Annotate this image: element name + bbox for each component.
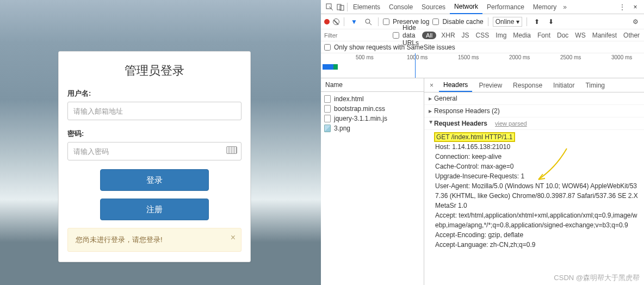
register-button[interactable]: 注册 xyxy=(100,199,209,220)
detail-tab-initiator[interactable]: Initiator xyxy=(549,79,579,91)
devtools-menu-icon[interactable]: ⋮ xyxy=(615,3,630,11)
filter-icon[interactable]: ▼ xyxy=(350,18,358,26)
preserve-log-checkbox[interactable] xyxy=(383,18,389,25)
separator xyxy=(488,17,488,26)
alert-close-icon[interactable]: × xyxy=(231,233,236,243)
download-har-icon[interactable]: ⬇ xyxy=(547,18,555,26)
request-name: 3.png xyxy=(334,125,350,132)
detail-tab-preview[interactable]: Preview xyxy=(474,79,506,91)
filter-type-font[interactable]: Font xyxy=(536,32,552,39)
login-button[interactable]: 登录 xyxy=(100,169,209,191)
tab-elements[interactable]: Elements xyxy=(349,1,385,14)
file-icon xyxy=(324,105,331,113)
upload-har-icon[interactable]: ⬆ xyxy=(533,18,541,26)
network-toolbar: ▼ Preserve log Disable cache Online▾ ⬆ ⬇… xyxy=(321,14,644,29)
disable-cache-label: Disable cache xyxy=(442,18,483,26)
login-title: 管理员登录 xyxy=(67,63,242,79)
hide-data-urls-checkbox[interactable] xyxy=(393,32,399,39)
tab-console[interactable]: Console xyxy=(385,1,417,14)
tab-sources[interactable]: Sources xyxy=(417,1,450,14)
filter-type-other[interactable]: Other xyxy=(622,32,641,39)
tab-performance[interactable]: Performance xyxy=(482,1,529,14)
detail-tab-response[interactable]: Response xyxy=(509,79,547,91)
devtools-panel: Elements Console Sources Network Perform… xyxy=(321,0,644,285)
request-item[interactable]: bootstrap.min.css xyxy=(321,104,424,114)
filter-type-ws[interactable]: WS xyxy=(573,32,587,39)
section-response-headers[interactable]: ▸Response Headers (2) xyxy=(424,105,644,117)
page-background: 管理员登录 用户名: 密码: 登录 注册 您尚未进行登录，请您登录! × xyxy=(0,0,321,285)
detail-close-icon[interactable]: × xyxy=(426,82,437,89)
alert-text: 您尚未进行登录，请您登录! xyxy=(76,236,163,244)
throttle-select[interactable]: Online▾ xyxy=(493,17,523,27)
section-request-headers[interactable]: ▸Request Headersview parsed xyxy=(424,117,644,130)
image-icon xyxy=(324,125,331,132)
detail-tab-timing[interactable]: Timing xyxy=(581,79,609,91)
password-label: 密码: xyxy=(67,129,242,139)
device-toggle-icon[interactable] xyxy=(337,3,344,11)
samesite-row: Only show requests with SameSite issues xyxy=(321,41,644,53)
request-item[interactable]: index.html xyxy=(321,94,424,104)
triangle-right-icon: ▸ xyxy=(429,107,434,115)
triangle-right-icon: ▸ xyxy=(429,95,434,102)
request-name: jquery-3.1.1.min.js xyxy=(334,115,387,122)
header-line: Upgrade-Insecure-Requests: 1 xyxy=(435,172,524,180)
detail-tab-headers[interactable]: Headers xyxy=(439,79,472,92)
filter-input[interactable] xyxy=(324,32,389,39)
section-label: General xyxy=(434,95,457,102)
svg-point-3 xyxy=(366,19,370,23)
request-name: bootstrap.min.css xyxy=(334,105,385,113)
filter-type-js[interactable]: JS xyxy=(460,32,471,39)
timeline-tick: 2000 ms xyxy=(509,54,530,60)
tab-memory[interactable]: Memory xyxy=(529,1,561,14)
header-line: User-Agent: Mozilla/5.0 (Windows NT 10.0… xyxy=(435,182,638,209)
separator xyxy=(347,3,348,11)
timeline[interactable]: 500 ms 1000 ms 1500 ms 2000 ms 2500 ms 3… xyxy=(321,53,644,78)
filter-type-media[interactable]: Media xyxy=(511,32,532,39)
samesite-label: Only show requests with SameSite issues xyxy=(334,44,455,51)
section-label: Response Headers (2) xyxy=(434,107,500,115)
filter-type-doc[interactable]: Doc xyxy=(555,32,570,39)
request-list-panel: Name index.html bootstrap.min.css jquery… xyxy=(321,78,424,285)
request-headers-body: GET /index.html HTTP/1.1 Host: 1.14.165.… xyxy=(424,130,644,253)
file-icon xyxy=(324,95,331,103)
timeline-tick: 1500 ms xyxy=(458,54,479,60)
filter-type-all[interactable]: All xyxy=(422,32,436,39)
section-general[interactable]: ▸General xyxy=(424,92,644,105)
request-detail-panel: × Headers Preview Response Initiator Tim… xyxy=(424,78,644,285)
chevron-down-icon: ▾ xyxy=(516,18,519,26)
inspect-icon[interactable] xyxy=(326,3,333,11)
devtools-close-icon[interactable]: × xyxy=(631,3,639,11)
filter-type-img[interactable]: Img xyxy=(494,32,508,39)
timeline-cursor[interactable] xyxy=(415,53,416,78)
timeline-bar xyxy=(323,64,338,70)
view-parsed-link[interactable]: view parsed xyxy=(495,120,527,127)
header-line: Host: 1.14.165.138:21010 xyxy=(435,143,510,151)
request-item[interactable]: 3.png xyxy=(321,123,424,133)
separator xyxy=(344,17,344,26)
request-name: index.html xyxy=(334,95,364,103)
filter-type-xhr[interactable]: XHR xyxy=(439,32,456,39)
search-icon[interactable] xyxy=(364,18,372,26)
filter-type-css[interactable]: CSS xyxy=(474,32,491,39)
record-icon[interactable] xyxy=(324,19,330,24)
more-tabs-icon[interactable]: » xyxy=(561,3,569,11)
settings-icon[interactable]: ⚙ xyxy=(631,18,639,26)
file-icon xyxy=(324,115,331,122)
clear-icon[interactable] xyxy=(333,18,339,25)
login-card: 管理员登录 用户名: 密码: 登录 注册 您尚未进行登录，请您登录! × xyxy=(58,51,251,262)
tab-network[interactable]: Network xyxy=(450,0,482,14)
header-line: Accept: text/html,application/xhtml+xml,… xyxy=(435,212,637,229)
password-input[interactable] xyxy=(67,142,242,160)
watermark: CSDN @森明帮大于黑虎帮 xyxy=(554,273,640,283)
filter-type-manifest[interactable]: Manifest xyxy=(591,32,618,39)
alert-banner: 您尚未进行登录，请您登录! × xyxy=(67,228,242,252)
timeline-tick: 500 ms xyxy=(356,54,374,60)
username-input[interactable] xyxy=(67,102,242,120)
request-item[interactable]: jquery-3.1.1.min.js xyxy=(321,114,424,123)
highlighted-line: GET /index.html HTTP/1.1 xyxy=(435,133,514,141)
header-line: Accept-Language: zh-CN,zh;q=0.9 xyxy=(435,241,535,249)
request-list-header[interactable]: Name xyxy=(321,78,424,92)
samesite-checkbox[interactable] xyxy=(324,44,331,51)
disable-cache-checkbox[interactable] xyxy=(432,18,439,25)
keyboard-icon[interactable] xyxy=(226,146,237,154)
